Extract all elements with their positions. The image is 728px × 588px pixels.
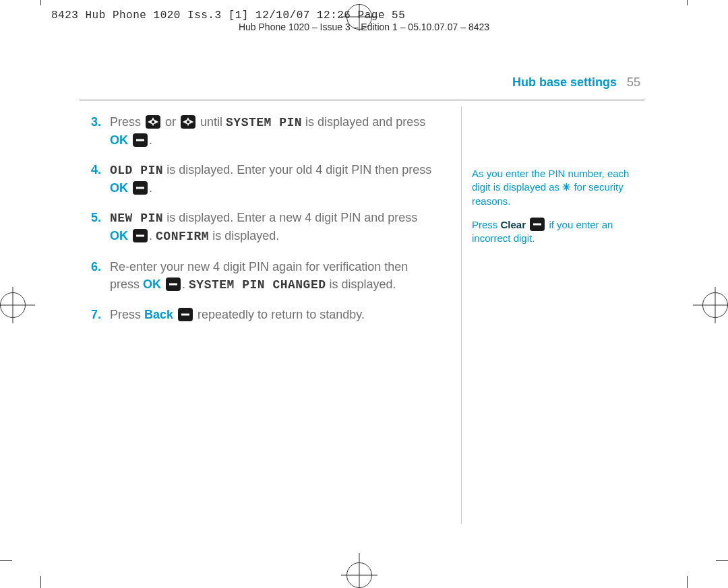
crop-mark-bottom [336,548,383,588]
body-text [128,181,131,195]
softkey-minus-icon [133,181,148,195]
crop-tick-br-v [687,576,688,588]
step-number: 3. [91,113,101,131]
crop-mark-top [336,4,383,31]
crop-tick-tl-v [40,0,41,5]
clear-label: Clear [501,219,526,230]
nav-key-icon: ▲▾ [146,115,160,129]
step-number: 7. [91,306,101,323]
step-number: 4. [91,161,101,178]
body-text: or [162,115,179,129]
emphasis-blue: OK [143,277,161,291]
crop-tick-bl-v [40,576,41,588]
crop-tick-br-h [716,560,728,561]
crop-tick-bl-h [0,560,12,561]
body-text: Press [110,308,144,321]
body-text: is displayed and press [302,115,425,129]
softkey-minus-icon [133,133,148,147]
body-text: until [197,115,226,129]
running-header: Hub base settings 55 [512,75,640,90]
step-4: 4.OLD PIN is displayed. Enter your old 4… [91,161,435,197]
sidebar-note2-a: Press [472,219,501,230]
step-number: 6. [91,258,101,275]
body-text [128,133,131,147]
body-text [173,308,177,321]
body-text: is displayed. [326,277,396,291]
sidebar-note-2: Press Clear if you enter an incorrect di… [472,218,647,246]
body-text: repeatedly to return to standby. [194,308,365,321]
lcd-text: CONFIRM [156,230,209,243]
emphasis-blue: OK [110,229,128,242]
emphasis-blue: OK [110,133,128,147]
body-text: is displayed. [209,229,279,242]
section-title: Hub base settings [512,75,617,89]
emphasis-blue: OK [110,181,128,195]
step-5: 5.NEW PIN is displayed. Enter a new 4 di… [91,209,435,245]
body-text: . [149,181,152,195]
step-7: 7.Press Back repeatedly to return to sta… [91,306,435,323]
sidebar-note-1: As you enter the PIN number, each digit … [472,167,647,208]
softkey-minus-icon [133,229,148,242]
crop-tick-tr-v [687,0,688,5]
body-text: is displayed. Enter your old 4 digit PIN… [163,163,431,176]
page-root: 8423 Hub Phone 1020 Iss.3 [1] 12/10/07 1… [0,0,728,588]
column-separator [461,106,462,524]
body-text [161,277,164,291]
softkey-minus-icon [178,308,193,321]
crop-mark-right [688,282,728,329]
step-number: 5. [91,209,101,226]
softkey-minus-icon [530,218,545,231]
page-number: 55 [627,75,640,89]
body-text [128,229,131,242]
main-column: 3.Press ▲▾ or ▲▾ until SYSTEM PIN is dis… [91,113,435,335]
nav-key-icon: ▲▾ [181,115,195,129]
crop-mark-left [0,282,40,329]
sidebar-column: As you enter the PIN number, each digit … [472,167,647,255]
step-3: 3.Press ▲▾ or ▲▾ until SYSTEM PIN is dis… [91,113,435,149]
header-rule [80,100,644,100]
lcd-text: NEW PIN [110,211,163,225]
asterisk-icon: ✳ [562,181,571,193]
lcd-text: OLD PIN [110,164,163,177]
body-text: Press [110,115,144,129]
body-text: . [149,133,152,147]
softkey-minus-icon [166,277,181,291]
body-text: . [182,277,189,291]
lcd-text: SYSTEM PIN [226,116,302,129]
lcd-text: SYSTEM PIN CHANGED [189,278,326,292]
body-text: is displayed. Enter a new 4 digit PIN an… [163,211,417,224]
emphasis-blue: Back [144,308,173,321]
step-6: 6.Re-enter your new 4 digit PIN again fo… [91,258,435,294]
body-text: . [149,229,156,242]
